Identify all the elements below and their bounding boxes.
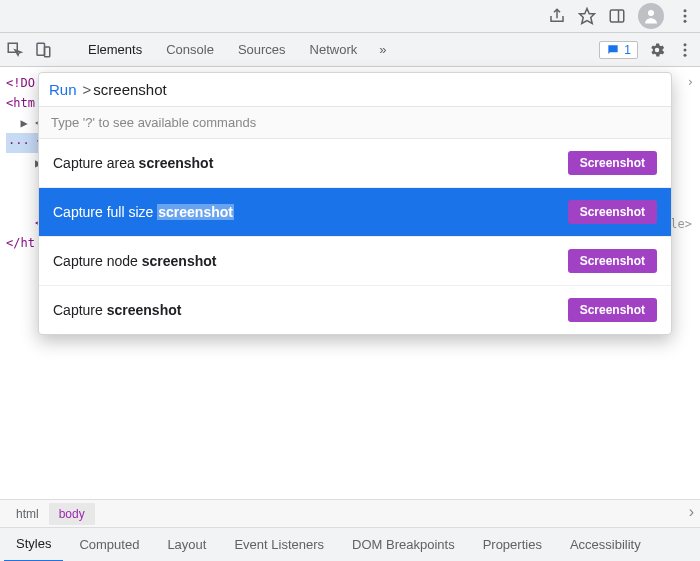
dom-breadcrumb: html body [0, 499, 700, 527]
subtab-styles[interactable]: Styles [4, 528, 63, 562]
tab-elements[interactable]: Elements [76, 33, 154, 67]
more-icon[interactable] [676, 41, 694, 59]
tab-sources[interactable]: Sources [226, 33, 298, 67]
tabs-overflow-icon[interactable]: » [369, 42, 396, 57]
command-item-capture-full-size[interactable]: Capture full size screenshot Screenshot [39, 188, 671, 237]
command-hint: Type '?' to see available commands [39, 107, 671, 139]
gear-icon[interactable] [648, 41, 666, 59]
command-item-capture-area[interactable]: Capture area screenshot Screenshot [39, 139, 671, 188]
star-icon[interactable] [578, 7, 596, 25]
crumb-html[interactable]: html [6, 503, 49, 525]
svg-point-4 [684, 9, 687, 12]
command-item-capture[interactable]: Capture screenshot Screenshot [39, 286, 671, 334]
share-icon[interactable] [548, 7, 566, 25]
styles-subtabs: Styles Computed Layout Event Listeners D… [0, 527, 700, 561]
svg-rect-9 [45, 47, 50, 57]
svg-point-5 [684, 15, 687, 18]
device-icon[interactable] [34, 41, 52, 59]
svg-point-3 [648, 10, 654, 16]
breadcrumb-scroll-icon[interactable]: › [689, 503, 694, 521]
command-item-capture-node[interactable]: Capture node screenshot Screenshot [39, 237, 671, 286]
subtab-layout[interactable]: Layout [155, 528, 218, 562]
svg-point-6 [684, 20, 687, 23]
svg-point-12 [684, 53, 687, 56]
tab-network[interactable]: Network [298, 33, 370, 67]
screenshot-badge: Screenshot [568, 249, 657, 273]
svg-rect-1 [610, 10, 624, 22]
screenshot-badge: Screenshot [568, 151, 657, 175]
caret: > [83, 81, 92, 98]
svg-point-10 [684, 43, 687, 46]
command-input[interactable]: Run > screenshot [39, 73, 671, 107]
svg-point-11 [684, 48, 687, 51]
profile-icon[interactable] [638, 3, 664, 29]
crumb-body[interactable]: body [49, 503, 95, 525]
dom-peek: le> [670, 217, 692, 231]
svg-marker-0 [580, 9, 595, 24]
tab-console[interactable]: Console [154, 33, 226, 67]
subtab-dom-breakpoints[interactable]: DOM Breakpoints [340, 528, 467, 562]
subtab-event-listeners[interactable]: Event Listeners [222, 528, 336, 562]
inspect-icon[interactable] [6, 41, 24, 59]
issues-badge[interactable]: 1 [599, 41, 638, 59]
svg-rect-8 [37, 43, 45, 55]
screenshot-badge: Screenshot [568, 200, 657, 224]
issues-count: 1 [624, 43, 631, 57]
browser-toolbar [0, 0, 700, 33]
command-menu: Run > screenshot Type '?' to see availab… [38, 72, 672, 335]
run-label: Run [49, 81, 77, 98]
kebab-icon[interactable] [676, 7, 694, 25]
subtab-properties[interactable]: Properties [471, 528, 554, 562]
screenshot-badge: Screenshot [568, 298, 657, 322]
subtab-accessibility[interactable]: Accessibility [558, 528, 653, 562]
devtools-tabbar: Elements Console Sources Network » 1 [0, 33, 700, 67]
panel-icon[interactable] [608, 7, 626, 25]
scroll-right-icon[interactable]: › [687, 75, 694, 89]
command-query: screenshot [93, 81, 166, 98]
subtab-computed[interactable]: Computed [67, 528, 151, 562]
